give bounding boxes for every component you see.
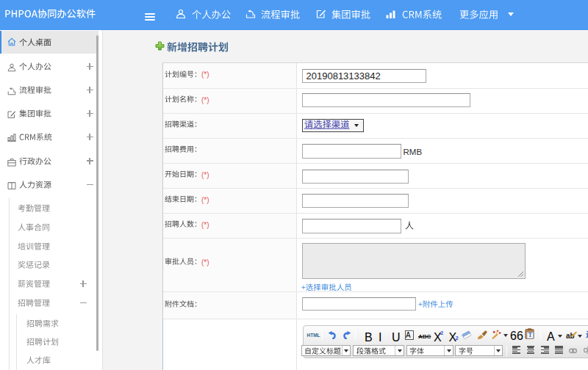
svg-text:T: T bbox=[528, 332, 532, 338]
